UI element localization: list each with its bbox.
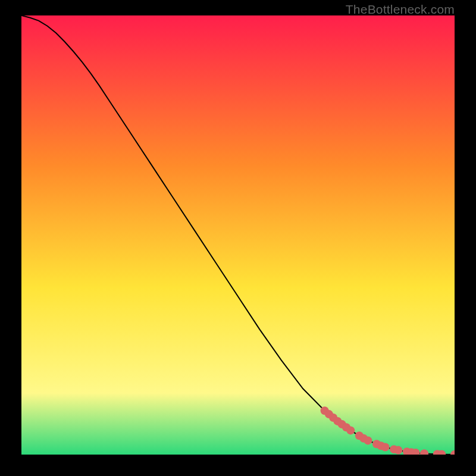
watermark-text: TheBottleneck.com [346,2,455,17]
marker-dot [364,436,372,444]
plot-area [21,15,455,455]
marker-dot [394,446,402,455]
marker-dot [381,443,390,451]
chart-stage: TheBottleneck.com [0,0,476,476]
gradient-background [21,15,455,455]
chart-svg [21,15,455,455]
marker-dot [346,426,355,434]
